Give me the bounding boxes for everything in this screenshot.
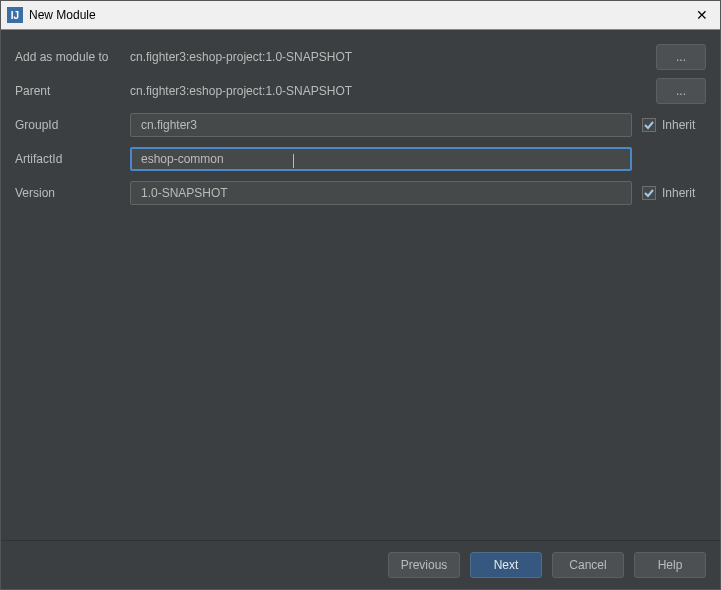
row-artifact-id: ArtifactId Inherit	[15, 146, 706, 172]
browse-parent-button[interactable]: ...	[656, 78, 706, 104]
label-add-as-module-to: Add as module to	[15, 50, 130, 64]
row-parent: Parent cn.fighter3:eshop-project:1.0-SNA…	[15, 78, 706, 104]
dialog-footer: Previous Next Cancel Help	[1, 540, 720, 589]
value-add-as-module-to: cn.fighter3:eshop-project:1.0-SNAPSHOT	[130, 50, 352, 64]
inherit-label: Inherit	[662, 118, 695, 132]
previous-button[interactable]: Previous	[388, 552, 460, 578]
group-id-input[interactable]	[139, 117, 623, 133]
close-icon[interactable]: ✕	[690, 7, 714, 23]
value-parent: cn.fighter3:eshop-project:1.0-SNAPSHOT	[130, 84, 352, 98]
dialog-content: Add as module to cn.fighter3:eshop-proje…	[1, 30, 720, 540]
group-id-field-wrapper[interactable]	[130, 113, 632, 137]
inherit-label: Inherit	[662, 186, 695, 200]
label-group-id: GroupId	[15, 118, 130, 132]
row-group-id: GroupId Inherit	[15, 112, 706, 138]
new-module-dialog: IJ New Module ✕ Add as module to cn.figh…	[0, 0, 721, 590]
artifact-id-input[interactable]	[139, 151, 293, 167]
version-input[interactable]	[139, 185, 623, 201]
cancel-button[interactable]: Cancel	[552, 552, 624, 578]
next-button[interactable]: Next	[470, 552, 542, 578]
intellij-icon: IJ	[7, 7, 23, 23]
version-field-wrapper[interactable]	[130, 181, 632, 205]
help-button[interactable]: Help	[634, 552, 706, 578]
label-parent: Parent	[15, 84, 130, 98]
label-artifact-id: ArtifactId	[15, 152, 130, 166]
row-add-as-module-to: Add as module to cn.fighter3:eshop-proje…	[15, 44, 706, 70]
artifact-id-field-wrapper[interactable]	[130, 147, 632, 171]
title-bar: IJ New Module ✕	[1, 1, 720, 30]
checkbox-checked-icon[interactable]	[642, 186, 656, 200]
row-version: Version Inherit	[15, 180, 706, 206]
checkbox-checked-icon[interactable]	[642, 118, 656, 132]
window-title: New Module	[29, 8, 96, 22]
group-id-inherit[interactable]: Inherit	[642, 118, 706, 132]
version-inherit[interactable]: Inherit	[642, 186, 706, 200]
browse-add-as-module-to-button[interactable]: ...	[656, 44, 706, 70]
label-version: Version	[15, 186, 130, 200]
